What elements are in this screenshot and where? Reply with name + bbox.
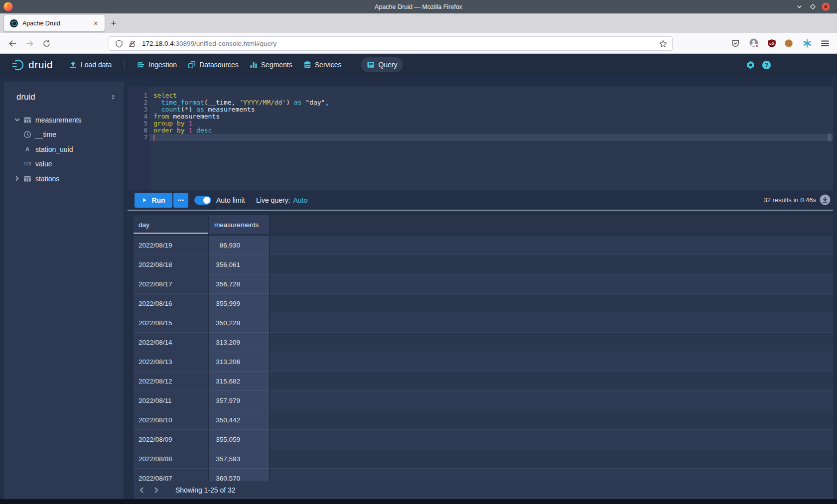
- back-icon[interactable]: [6, 37, 19, 50]
- tree-item-measurements[interactable]: measurements: [4, 113, 124, 127]
- cell-measurements[interactable]: 313,206: [209, 352, 269, 372]
- multi-account-asterisk-icon[interactable]: [802, 38, 813, 49]
- cell-value: 313,206: [214, 358, 240, 366]
- tree-item-stations[interactable]: stations: [4, 171, 124, 186]
- reload-icon[interactable]: [40, 37, 53, 50]
- window-close-icon[interactable]: [821, 2, 831, 11]
- url-text[interactable]: 172.18.0.4:30899/unified-console.html#qu…: [142, 40, 659, 47]
- settings-gear-icon[interactable]: [743, 58, 757, 72]
- cell-measurements[interactable]: 360,570: [209, 469, 269, 481]
- row-filler: [270, 255, 833, 274]
- cell-day[interactable]: 2022/08/17: [134, 274, 208, 294]
- column-header-measurements[interactable]: measurements: [209, 215, 269, 234]
- druid-brand[interactable]: druid: [11, 54, 53, 76]
- cell-measurements[interactable]: 86,930: [209, 236, 269, 255]
- hamburger-menu-icon[interactable]: [820, 38, 831, 49]
- cell-measurements[interactable]: 357,593: [209, 449, 269, 469]
- druid-logo-icon: [11, 58, 24, 72]
- tab-close-icon[interactable]: ×: [91, 18, 101, 28]
- pocket-icon[interactable]: [730, 38, 741, 49]
- window-minimize-icon[interactable]: [795, 2, 804, 11]
- schema-selector[interactable]: druid: [4, 90, 124, 105]
- nav-item-load-data[interactable]: Load data: [64, 57, 117, 72]
- cell-day[interactable]: 2022/08/12: [134, 372, 208, 391]
- bookmark-star-icon[interactable]: [659, 40, 667, 48]
- editor-scrollbar-thumb[interactable]: [828, 133, 832, 141]
- cell-day[interactable]: 2022/08/09: [134, 430, 208, 449]
- cell-day[interactable]: 2022/08/16: [134, 294, 208, 313]
- nav-item-ingestion[interactable]: Ingestion: [132, 57, 182, 72]
- cell-value: 313,209: [214, 339, 240, 346]
- cell-measurements[interactable]: 355,059: [209, 430, 269, 449]
- cell-measurements[interactable]: 355,999: [209, 294, 269, 313]
- cell-measurements[interactable]: 313,209: [209, 333, 269, 352]
- cell-day[interactable]: 2022/08/18: [134, 255, 208, 274]
- code-line-7: [153, 134, 329, 141]
- cell-measurements[interactable]: 356,728: [209, 274, 269, 294]
- cell-value: 357,979: [214, 397, 240, 404]
- cell-measurements[interactable]: 350,442: [209, 410, 269, 430]
- code-line-3: count(*) as measurements: [153, 106, 329, 113]
- tree-item-station-uuid-column[interactable]: Astation_uuid: [4, 142, 124, 157]
- chevron-down-icon[interactable]: [13, 116, 21, 124]
- cell-measurements[interactable]: 350,228: [209, 313, 269, 333]
- druid-favicon-icon: [10, 19, 18, 27]
- code-token: select: [153, 92, 177, 99]
- editor-code[interactable]: select time_format(__time, 'YYYY/MM/dd')…: [153, 92, 329, 141]
- cookie-extension-icon[interactable]: [783, 38, 794, 49]
- chevron-right-icon[interactable]: [13, 175, 21, 183]
- cell-day[interactable]: 2022/08/13: [134, 352, 208, 372]
- tree-item-time-column[interactable]: __time: [4, 127, 124, 142]
- tree-item-label: station_uuid: [35, 145, 73, 153]
- table-column-icon: [23, 174, 32, 183]
- insecure-lock-icon[interactable]: [128, 40, 136, 48]
- ublock-icon[interactable]: uO: [766, 38, 777, 49]
- nav-item-datasources[interactable]: Datasources: [182, 57, 244, 72]
- cell-day[interactable]: 2022/08/19: [134, 236, 208, 255]
- browser-tab[interactable]: Apache Druid ×: [4, 15, 105, 31]
- tree-item-value-column[interactable]: 123value: [4, 157, 124, 172]
- cell-day[interactable]: 2022/08/14: [134, 333, 208, 352]
- run-more-options-button[interactable]: [173, 193, 188, 208]
- tracking-shield-icon[interactable]: [115, 40, 123, 48]
- editor-gutter: 1234567: [128, 87, 149, 190]
- cell-day[interactable]: 2022/08/07: [134, 469, 208, 481]
- new-tab-button[interactable]: +: [107, 16, 121, 30]
- services-icon: [303, 61, 311, 69]
- play-icon: [141, 197, 147, 203]
- download-results-icon[interactable]: [820, 194, 831, 205]
- nav-item-services[interactable]: Services: [298, 57, 347, 72]
- column-header-day[interactable]: day: [134, 215, 208, 234]
- cell-measurements[interactable]: 357,979: [209, 391, 269, 410]
- cell-day[interactable]: 2022/08/08: [134, 449, 208, 469]
- nav-item-query[interactable]: Query: [361, 57, 403, 72]
- table-row: 2022/08/07360,570: [134, 469, 833, 481]
- live-query[interactable]: Live query: Auto: [256, 190, 307, 210]
- cell-value: 356,061: [214, 261, 240, 268]
- cell-day[interactable]: 2022/08/11: [134, 391, 208, 410]
- cell-value: 360,570: [214, 475, 240, 482]
- next-page-icon[interactable]: [149, 484, 162, 497]
- cell-value: 357,593: [214, 455, 240, 463]
- url-bar[interactable]: 172.18.0.4:30899/unified-console.html#qu…: [109, 36, 673, 51]
- sql-editor[interactable]: 1234567 select time_format(__time, 'YYYY…: [128, 87, 833, 190]
- code-token: [153, 99, 161, 106]
- code-token: [192, 126, 196, 134]
- code-token: "day",: [301, 99, 329, 106]
- auto-limit-toggle[interactable]: [194, 196, 211, 205]
- cell-day[interactable]: 2022/08/15: [134, 313, 208, 333]
- cell-measurements[interactable]: 315,682: [209, 372, 269, 391]
- account-extension-icon[interactable]: [749, 38, 760, 49]
- table-row: 2022/08/18356,061: [134, 255, 833, 274]
- cell-day[interactable]: 2022/08/10: [134, 410, 208, 430]
- code-token: (__time,: [204, 99, 239, 106]
- nav-item-segments[interactable]: Segments: [244, 57, 298, 72]
- previous-page-icon[interactable]: [136, 484, 148, 497]
- cell-measurements[interactable]: 356,061: [209, 255, 269, 274]
- help-icon[interactable]: ?: [759, 58, 773, 72]
- table-row: 2022/08/11357,979: [134, 391, 833, 410]
- window-maximize-icon[interactable]: [808, 2, 818, 11]
- run-button[interactable]: Run: [135, 193, 172, 208]
- forward-icon[interactable]: [23, 37, 36, 50]
- code-line-5: group by 1: [153, 120, 329, 127]
